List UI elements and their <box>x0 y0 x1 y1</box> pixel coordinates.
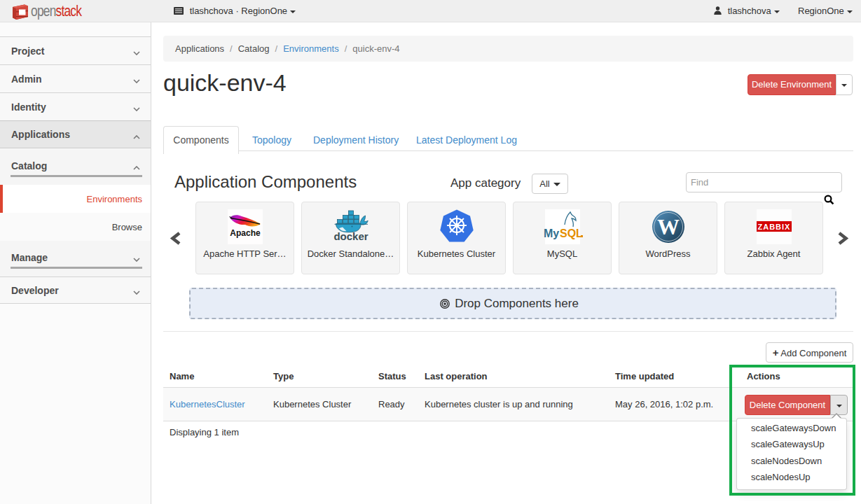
svg-text:My: My <box>544 227 559 239</box>
svg-text:docker: docker <box>333 230 368 242</box>
svg-text:Apache: Apache <box>230 228 261 238</box>
svg-text:W: W <box>657 214 680 239</box>
svg-text:SQL: SQL <box>560 227 583 239</box>
svg-text:ZABBIX: ZABBIX <box>757 223 790 231</box>
